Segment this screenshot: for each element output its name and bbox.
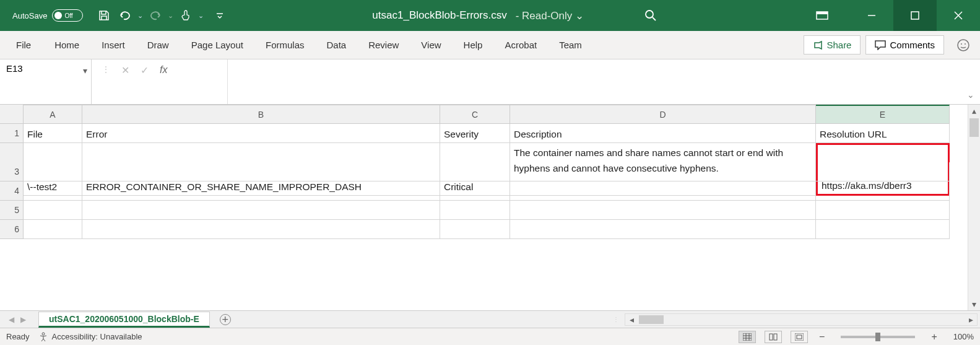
row-header-6[interactable]: 6 — [0, 220, 24, 239]
scroll-thumb[interactable] — [969, 118, 979, 137]
cell-c6[interactable] — [440, 220, 510, 239]
tab-help[interactable]: Help — [453, 35, 494, 55]
cell-a3[interactable] — [24, 162, 82, 181]
close-button[interactable] — [937, 0, 980, 31]
sheet-tab[interactable]: utSAC1_202006051000_BlockBlob-E — [38, 312, 210, 328]
restore-button[interactable] — [893, 0, 937, 31]
cell-b4[interactable] — [82, 181, 440, 201]
sheet-nav-prev-icon[interactable]: ◀ — [9, 315, 14, 324]
row-header-3[interactable]: 3 — [0, 162, 24, 181]
view-page-layout-icon[interactable] — [765, 331, 782, 343]
ribbon: File Home Insert Draw Page Layout Formul… — [0, 31, 980, 59]
tab-review[interactable]: Review — [357, 35, 410, 55]
cell-d3[interactable] — [510, 162, 816, 181]
formula-input[interactable] — [228, 59, 980, 104]
select-all-corner[interactable] — [0, 105, 24, 124]
undo-dropdown-icon[interactable]: ⌄ — [137, 12, 143, 20]
cell-a6[interactable] — [24, 220, 82, 239]
scroll-down-icon[interactable]: ▾ — [968, 298, 980, 310]
svg-rect-2 — [817, 12, 828, 14]
redo-icon — [147, 7, 164, 24]
cell-b6[interactable] — [82, 220, 440, 239]
cell-e4[interactable] — [816, 181, 950, 201]
cell-d1[interactable]: Description — [510, 124, 816, 143]
tab-page-layout[interactable]: Page Layout — [180, 35, 254, 55]
touch-dropdown-icon[interactable]: ⌄ — [198, 12, 204, 20]
spreadsheet: A B C D E 1 File Error Severity Descript… — [0, 105, 980, 310]
tab-view[interactable]: View — [410, 35, 452, 55]
read-only-badge[interactable]: - Read-Only ⌄ — [516, 9, 584, 22]
cell-e3[interactable] — [816, 162, 950, 181]
col-header-d[interactable]: D — [510, 105, 816, 124]
vertical-scrollbar[interactable]: ▴ ▾ — [968, 105, 980, 310]
save-icon[interactable] — [95, 7, 113, 24]
cell-a1[interactable]: File — [24, 124, 82, 143]
zoom-level[interactable]: 100% — [953, 332, 974, 341]
autosave-switch[interactable]: Off — [52, 9, 83, 22]
add-sheet-icon[interactable]: + — [220, 314, 231, 325]
cell-c4[interactable] — [440, 181, 510, 201]
fx-icon[interactable]: fx — [160, 64, 167, 76]
cell-c3[interactable] — [440, 162, 510, 181]
name-box-input[interactable] — [6, 63, 68, 74]
row-header-5[interactable]: 5 — [0, 201, 24, 220]
scroll-left-icon[interactable]: ◂ — [625, 315, 638, 325]
cell-b3[interactable] — [82, 162, 440, 181]
col-header-a[interactable]: A — [24, 105, 82, 124]
redo-dropdown-icon: ⌄ — [168, 12, 173, 20]
view-normal-icon[interactable] — [739, 331, 756, 343]
comment-icon — [875, 40, 886, 50]
cell-e1[interactable]: Resolution URL — [816, 124, 950, 143]
tab-file[interactable]: File — [4, 35, 43, 55]
share-button[interactable]: Share — [804, 35, 861, 55]
scroll-up-icon[interactable]: ▴ — [968, 105, 980, 117]
tab-acrobat[interactable]: Acrobat — [493, 35, 548, 55]
tab-data[interactable]: Data — [315, 35, 357, 55]
tab-team[interactable]: Team — [548, 35, 593, 55]
cell-a4[interactable] — [24, 181, 82, 201]
cell-c5[interactable] — [440, 201, 510, 220]
hscroll-thumb[interactable] — [639, 315, 664, 324]
formula-bar: ▾ ⋮ ✕ ✓ fx ⌄ — [0, 59, 980, 105]
cell-d5[interactable] — [510, 201, 816, 220]
zoom-slider[interactable] — [841, 336, 915, 338]
row-header-1[interactable]: 1 — [0, 124, 24, 143]
tab-home[interactable]: Home — [43, 35, 90, 55]
row-header-4[interactable]: 4 — [0, 181, 24, 201]
tab-insert[interactable]: Insert — [90, 35, 136, 55]
zoom-slider-thumb[interactable] — [875, 333, 880, 341]
autosave-toggle[interactable]: AutoSave Off — [12, 9, 83, 22]
ribbon-display-icon[interactable] — [800, 0, 844, 31]
horizontal-scrollbar[interactable]: ◂ ▸ — [625, 313, 978, 326]
cell-e5[interactable] — [816, 201, 950, 220]
name-box[interactable]: ▾ — [0, 59, 92, 104]
formula-expand-icon[interactable]: ⌄ — [965, 85, 976, 104]
name-box-dropdown-icon[interactable]: ▾ — [83, 66, 87, 76]
search-icon[interactable] — [644, 9, 657, 22]
zoom-in-button[interactable]: + — [929, 331, 939, 343]
col-header-c[interactable]: C — [440, 105, 510, 124]
tab-split-handle-icon[interactable]: ⋮ — [613, 316, 620, 323]
minimize-button[interactable] — [850, 0, 893, 31]
tab-draw[interactable]: Draw — [136, 35, 180, 55]
cell-d6[interactable] — [510, 220, 816, 239]
undo-icon[interactable] — [116, 7, 134, 24]
sheet-nav-next-icon[interactable]: ▶ — [20, 315, 26, 324]
comments-button[interactable]: Comments — [865, 35, 944, 55]
scroll-right-icon[interactable]: ▸ — [965, 315, 977, 325]
col-header-b[interactable]: B — [82, 105, 440, 124]
accessibility-status[interactable]: Accessibility: Unavailable — [38, 332, 142, 342]
tab-formulas[interactable]: Formulas — [254, 35, 316, 55]
cell-a5[interactable] — [24, 201, 82, 220]
zoom-out-button[interactable]: − — [817, 331, 827, 343]
col-header-e[interactable]: E — [816, 105, 950, 124]
touch-mode-icon[interactable] — [177, 7, 194, 24]
cell-b5[interactable] — [82, 201, 440, 220]
cell-e6[interactable] — [816, 220, 950, 239]
feedback-icon[interactable] — [954, 36, 973, 55]
view-page-break-icon[interactable] — [791, 331, 808, 343]
cell-b1[interactable]: Error — [82, 124, 440, 143]
qat-customize-icon[interactable] — [211, 7, 228, 24]
cell-d4[interactable] — [510, 181, 816, 201]
cell-c1[interactable]: Severity — [440, 124, 510, 143]
